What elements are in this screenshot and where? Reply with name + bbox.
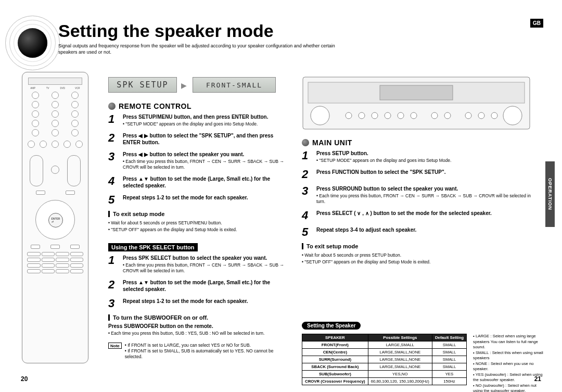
svg-point-9 (398, 112, 404, 119)
table-row: SBACK (Surround Back)LARGE,SMALL,NONESMA… (302, 363, 467, 371)
remote-illustration: AMPTVDVDVCR ENTER⏎ (22, 72, 92, 363)
main-exit-2: "SETUP OFF" appears on the display and S… (302, 259, 531, 265)
speaker-graphic (5, 16, 60, 70)
step: 3Press SURROUND button to select the spe… (302, 185, 531, 205)
step-number: 1 (108, 113, 119, 127)
step-number: 1 (302, 150, 312, 163)
main-unit-section: MAIN UNIT 1Press SETUP button."SETUP MOD… (302, 138, 531, 270)
table-cell: LARGE,SMALL (368, 342, 432, 349)
svg-rect-2 (380, 85, 453, 100)
table-row: SURR(Surround)LARGE,SMALL,NONESMALL (302, 356, 467, 363)
step-number: 3 (108, 298, 119, 309)
step-lead: Press SELECT ( ∨ , ∧ ) button to set the… (316, 210, 531, 217)
step: 3Repeat steps 1-2 to set the mode for ea… (108, 298, 285, 309)
lcd-display-2: FRONT-SMALL (193, 77, 276, 93)
table-cell: YES,NO (368, 371, 432, 378)
step-sub: Each time you press this button, FRONT →… (316, 193, 531, 205)
step: 1Press SETUP button."SETUP MODE" appears… (302, 150, 531, 163)
step-lead: Repeat steps 1-2 to set the mode for eac… (123, 298, 285, 305)
table-cell: SMALL (432, 349, 466, 356)
definition-item: LARGE : Select when using large speakers… (473, 334, 546, 350)
step: 5Repeat steps 1-2 to set the mode for ea… (108, 194, 285, 206)
title-block: Setting the speaker mode Signal outputs … (58, 21, 350, 55)
step: 4Press ▲▼ button to set the mode (Large,… (108, 175, 285, 189)
receiver-illustration (302, 73, 531, 135)
table-heading: Setting the Speaker (302, 322, 361, 330)
definition-item: SMALL : Select this when using small spe… (473, 350, 546, 361)
speaker-table-area: Setting the Speaker SPEAKERPossible Sett… (302, 322, 546, 392)
table-cell: 60,80,100,120, 150,180,200(Hz) (368, 378, 432, 385)
subwoofer-heading: To turn the SUBWOOFER on or off. (108, 314, 285, 321)
page-number-left: 20 (21, 375, 28, 383)
step-number: 2 (302, 169, 312, 180)
table-cell: CEN(Centre) (302, 349, 368, 356)
subwoofer-lead: Press SUBWOOFER button on the remote. (108, 323, 285, 330)
table-cell: YES (432, 371, 466, 378)
step-number: 5 (108, 194, 119, 206)
svg-point-8 (385, 112, 391, 119)
note-1: If FRONT is set to LARGE, you can select… (125, 343, 285, 348)
step-sub: "SETUP MODE" appears on the display and … (316, 158, 531, 163)
table-cell: SMALL (432, 363, 466, 371)
svg-point-13 (465, 112, 471, 119)
table-row: FRONT(Front)LARGE,SMALLSMALL (302, 342, 467, 349)
spk-select-heading: Using the SPK SELECT button (108, 243, 198, 251)
step-number: 3 (108, 151, 119, 170)
exit-heading: To exit setup mode (108, 211, 285, 217)
table-cell: LARGE,SMALL,NONE (368, 356, 432, 363)
svg-point-5 (346, 112, 352, 119)
svg-point-11 (431, 112, 438, 119)
step: 2Press ◀ ▶ button to select the "SPK SET… (108, 132, 285, 146)
svg-point-14 (478, 112, 484, 119)
side-tab-operation: OPERATION (545, 161, 555, 227)
table-row: SUB(Subwoofer)YES,NOYES (302, 371, 467, 378)
definition-item: NO (subwoofer) : Select when not using t… (473, 383, 546, 392)
step-lead: Press FUNCTION button to select the "SPK… (316, 169, 531, 175)
remote-heading: REMOTE CONTROL (108, 102, 285, 110)
page-number-right: 21 (534, 375, 541, 383)
step-number: 4 (108, 175, 119, 189)
table-cell: SUB(Subwoofer) (302, 371, 368, 378)
speaker-table: SPEAKERPossible SettingsDefault Setting … (302, 334, 467, 385)
step-sub: Each time you press this button, FRONT →… (123, 262, 285, 274)
note-block: Note If FRONT is set to LARGE, you can s… (108, 343, 285, 360)
step-sub: "SETUP MODE" appears on the display and … (123, 121, 285, 127)
table-cell: LARGE,SMALL,NONE (368, 363, 432, 371)
table-header: Possible Settings (368, 334, 432, 342)
step-lead: Press ◀ ▶ button to select the "SPK SETU… (123, 132, 285, 146)
table-cell: LARGE,SMALL,NONE (368, 349, 432, 356)
page-title: Setting the speaker mode (58, 21, 350, 41)
remote-control-section: REMOTE CONTROL 1Press SETUP/MENU button,… (108, 102, 285, 360)
step-number: 2 (108, 132, 119, 146)
svg-point-3 (311, 106, 329, 125)
note-2: If FRONT is set to SMALL, SUB is automat… (125, 348, 285, 360)
step: 4Press SELECT ( ∨ , ∧ ) button to set th… (302, 210, 531, 221)
svg-point-4 (503, 106, 522, 125)
step-lead: Press SURROUND button to select the spea… (316, 185, 531, 192)
step-number: 4 (302, 210, 312, 221)
step: 1Press SETUP/MENU button, and then press… (108, 113, 285, 127)
subwoofer-sub: Each time you press this button, SUB : Y… (108, 331, 285, 336)
main-heading: MAIN UNIT (302, 138, 531, 147)
note-tag: Note (108, 343, 122, 349)
svg-point-6 (359, 112, 365, 119)
svg-point-7 (372, 112, 378, 119)
step-lead: Press ▲▼ button to set the mode (Large, … (123, 279, 285, 293)
arrow-icon: ▶ (181, 81, 187, 90)
step: 2Press ▲▼ button to set the mode (Large,… (108, 279, 285, 293)
step-lead: Repeat steps 1-2 to set the mode for eac… (123, 194, 285, 201)
step: 2Press FUNCTION button to select the "SP… (302, 169, 531, 180)
table-cell: SMALL (432, 342, 466, 349)
table-header: SPEAKER (302, 334, 368, 342)
exit-note-2: "SETUP OFF" appears on the display and S… (108, 227, 285, 233)
definition-item: NONE : Select when you use no speaker. (473, 361, 546, 372)
locale-tag: GB (530, 19, 543, 28)
svg-point-12 (444, 112, 451, 119)
step-number: 1 (108, 255, 119, 274)
table-row: CEN(Centre)LARGE,SMALL,NONESMALL (302, 349, 467, 356)
step-lead: Repeat steps 3-4 to adjust each speaker. (316, 226, 531, 233)
table-cell: SMALL (432, 356, 466, 363)
table-cell: FRONT(Front) (302, 342, 368, 349)
exit-note-1: Wait for about 5 seconds or press SETUP/… (108, 220, 285, 226)
page-subtitle: Signal outputs and frequency response fr… (58, 43, 350, 55)
